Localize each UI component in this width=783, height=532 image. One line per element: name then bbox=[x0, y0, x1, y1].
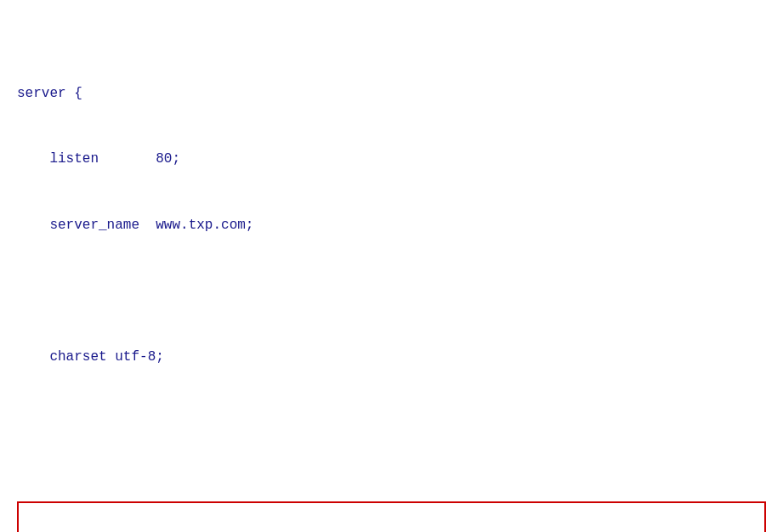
code-editor: server { listen 80; server_name www.txp.… bbox=[0, 8, 783, 532]
line-charset: charset utf-8; bbox=[17, 346, 766, 368]
line-listen: listen 80; bbox=[17, 148, 766, 170]
highlighted-region: #access_log logs/host.access.log main; l… bbox=[17, 501, 766, 532]
line-blank-1 bbox=[17, 280, 766, 303]
line-server-name: server_name www.txp.com; bbox=[17, 214, 766, 236]
line-server-open: server { bbox=[17, 82, 766, 105]
line-blank-2 bbox=[17, 412, 766, 434]
